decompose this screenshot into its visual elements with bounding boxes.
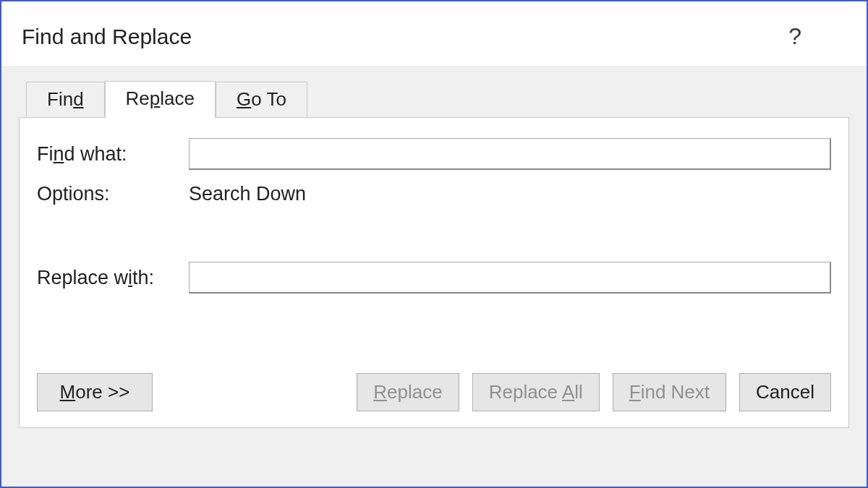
replace-with-input[interactable]	[189, 262, 831, 294]
tab-goto[interactable]: Go To	[216, 82, 307, 118]
tab-replace-text-post: lace	[160, 87, 195, 109]
cancel-button[interactable]: Cancel	[739, 373, 831, 411]
dialog-body: Find Replace Go To Find what: Options: S…	[1, 66, 867, 487]
more-accel: M	[60, 381, 76, 403]
tab-goto-text-post: o To	[251, 88, 286, 110]
more-text: ore >>	[75, 381, 129, 403]
replace-button[interactable]: Replace	[357, 373, 459, 411]
spacer	[37, 307, 831, 353]
options-value: Search Down	[189, 183, 306, 205]
replace-with-row: Replace with:	[37, 262, 831, 294]
dialog-title: Find and Replace	[22, 25, 752, 49]
find-what-row: Find what:	[37, 138, 831, 170]
tabs: Find Replace Go To	[26, 80, 849, 117]
find-next-text: ind Next	[641, 381, 710, 403]
replace-all-accel: A	[562, 381, 574, 403]
panel: Find what: Options: Search Down Replace …	[19, 117, 849, 428]
tab-replace-accel: p	[150, 87, 160, 109]
tab-find-text-pre: Fin	[47, 88, 73, 110]
button-row: More >> Replace Replace All Find Next Ca…	[37, 373, 831, 411]
tab-replace-text-pre: Re	[126, 87, 150, 109]
find-next-button[interactable]: Find Next	[613, 373, 726, 411]
replace-with-label: Replace with:	[37, 267, 189, 289]
replace-text: eplace	[387, 381, 443, 403]
find-what-label-post: d what:	[64, 143, 127, 165]
find-what-label-pre: Fi	[37, 143, 54, 165]
titlebar: Find and Replace ?	[1, 1, 867, 66]
replace-accel: R	[373, 381, 387, 403]
find-what-input[interactable]	[189, 138, 831, 170]
cancel-text: Cancel	[756, 381, 814, 403]
find-what-label: Find what:	[37, 143, 189, 166]
tab-goto-accel: G	[237, 88, 251, 110]
replace-with-label-pre: Replace w	[37, 267, 128, 288]
tab-replace[interactable]: Replace	[105, 81, 216, 118]
replace-all-text-pre: Replace	[489, 381, 562, 403]
help-button[interactable]: ?	[752, 23, 838, 50]
replace-with-label-post: th:	[132, 267, 154, 288]
find-what-accel: n	[54, 143, 64, 165]
replace-all-button[interactable]: Replace All	[472, 373, 600, 411]
find-next-accel: F	[629, 381, 641, 403]
options-row: Options: Search Down	[37, 183, 831, 205]
tab-find[interactable]: Find	[26, 82, 105, 118]
more-button[interactable]: More >>	[37, 373, 153, 411]
replace-all-text-post: ll	[574, 381, 583, 403]
tab-find-accel: d	[73, 88, 83, 110]
options-label: Options:	[37, 183, 189, 205]
